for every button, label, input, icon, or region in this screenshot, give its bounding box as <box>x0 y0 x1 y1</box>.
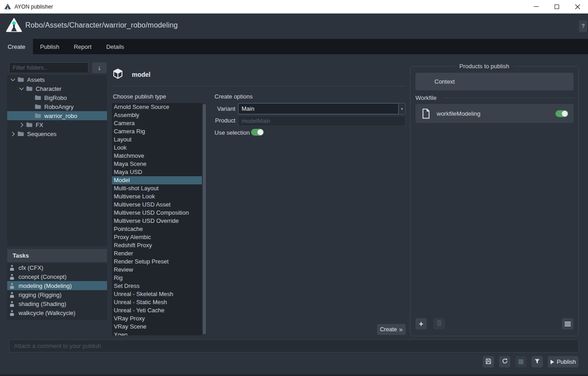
selected-creator-title: model <box>132 71 150 78</box>
publish-type-item[interactable]: Proxy Alembic <box>112 233 202 241</box>
publish-type-item[interactable]: Model <box>112 176 202 184</box>
variant-input[interactable] <box>238 103 399 114</box>
tab-bar: Create Publish Report Details <box>0 39 588 54</box>
product-item-workfile[interactable]: workfileModeling <box>415 104 574 123</box>
task-item[interactable]: rigging (Rigging) <box>7 290 107 299</box>
folder-tree-item[interactable]: Character <box>7 84 107 93</box>
chevron-right-icon[interactable] <box>10 131 16 137</box>
task-label: concept (Concept) <box>19 273 66 280</box>
stop-button[interactable] <box>515 356 527 367</box>
products-menu-button[interactable] <box>562 318 574 329</box>
publish-type-item[interactable]: Multiverse USD Override <box>112 217 202 225</box>
task-item[interactable]: walkcycle (Walkcycle) <box>7 308 107 317</box>
tab-report[interactable]: Report <box>66 39 99 54</box>
publish-type-item[interactable]: Render Setup Preset <box>112 258 202 266</box>
folder-tree-item[interactable]: FX <box>7 120 107 129</box>
header: Robo/Assets/Character/warrior_robo/model… <box>0 14 588 39</box>
task-item[interactable]: shading (Shading) <box>7 299 107 308</box>
chevron-down-icon[interactable] <box>19 85 25 92</box>
folder-tree-item[interactable]: Sequences <box>7 129 107 138</box>
go-to-current-folder-button[interactable]: ↓ <box>92 62 107 73</box>
publish-type-item[interactable]: Multiverse USD Asset <box>112 201 202 209</box>
publish-type-item[interactable]: Rig <box>112 274 202 282</box>
minimize-button[interactable] <box>526 0 546 13</box>
hamburger-menu-icon <box>565 322 571 326</box>
scrollbar-thumb[interactable] <box>203 104 206 334</box>
chevron-down-icon[interactable] <box>10 76 16 83</box>
help-button[interactable]: ? <box>579 20 587 32</box>
folder-icon <box>26 122 33 127</box>
publish-comment-input[interactable] <box>9 339 579 352</box>
publish-type-item[interactable]: Camera Rig <box>112 127 202 136</box>
variant-dropdown-button[interactable]: ▾ <box>399 103 406 114</box>
publish-type-item[interactable]: Arnold Scene Source <box>112 103 202 111</box>
user-icon <box>9 292 15 298</box>
publish-type-item[interactable]: Maya Scene <box>112 160 202 168</box>
publish-type-item[interactable]: Render <box>112 249 202 258</box>
publish-button[interactable]: Publish <box>548 356 579 367</box>
publish-type-item[interactable]: Unreal - Static Mesh <box>112 298 202 306</box>
create-button[interactable]: Create » <box>377 324 406 335</box>
remove-product-button[interactable] <box>434 318 445 329</box>
publish-type-item[interactable]: Look <box>112 144 202 152</box>
window-controls <box>526 0 588 13</box>
tab-details[interactable]: Details <box>99 39 131 54</box>
filter-button[interactable] <box>532 356 543 367</box>
add-product-button[interactable]: + <box>415 318 427 329</box>
context-group-card[interactable]: Context <box>415 73 574 90</box>
task-item[interactable]: modeling (Modeling) <box>7 281 107 290</box>
publish-type-item[interactable]: Assembly <box>112 111 202 119</box>
publish-type-item[interactable]: Redshift Proxy <box>112 241 202 249</box>
publish-type-item[interactable]: Review <box>112 266 202 274</box>
task-item[interactable]: cfx (CFX) <box>7 263 107 272</box>
publish-type-item[interactable]: Unreal - Yeti Cache <box>112 306 202 315</box>
app-icon <box>5 4 11 9</box>
publish-type-item[interactable]: Layout <box>112 136 202 144</box>
publish-type-item[interactable]: Matchmove <box>112 152 202 160</box>
folder-label: Assets <box>27 76 45 83</box>
filter-folders-input[interactable] <box>9 62 89 73</box>
folder-icon <box>35 104 42 109</box>
folder-icon <box>35 95 42 100</box>
folder-tree-item[interactable]: BigRobo <box>7 93 107 102</box>
publish-type-item[interactable]: Unreal - Skeletal Mesh <box>112 290 202 298</box>
publish-type-item[interactable]: Multiverse Look <box>112 193 202 201</box>
maximize-button[interactable] <box>546 0 567 13</box>
stop-icon <box>518 359 523 364</box>
product-input[interactable] <box>238 116 406 126</box>
publish-type-item[interactable]: Multiverse USD Composition <box>112 209 202 217</box>
publish-type-item[interactable]: Xgen <box>112 331 202 335</box>
folder-label: BigRobo <box>44 94 67 101</box>
bottom-edge <box>0 374 588 376</box>
close-button[interactable] <box>567 0 588 13</box>
play-icon <box>551 360 554 364</box>
publish-type-item[interactable]: VRay Scene <box>112 323 202 331</box>
context-label: Context <box>434 78 455 85</box>
folder-label: FX <box>36 122 43 128</box>
task-item[interactable]: concept (Concept) <box>7 272 107 281</box>
save-button[interactable] <box>483 356 494 367</box>
ayon-logo-icon <box>6 18 22 34</box>
task-label: rigging (Rigging) <box>19 291 61 298</box>
folder-label: Character <box>36 85 61 92</box>
folder-tree-item[interactable]: warrior_robo <box>7 111 107 120</box>
tab-create[interactable]: Create <box>0 39 33 54</box>
ayon-publisher-window: AYON publisher Robo/Assets/Character/war… <box>0 0 588 376</box>
folder-tree-item[interactable]: Assets <box>7 75 107 84</box>
refresh-button[interactable] <box>499 356 510 367</box>
tab-publish[interactable]: Publish <box>33 39 66 54</box>
product-enabled-toggle[interactable] <box>555 110 568 117</box>
window-title-text: AYON publisher <box>14 4 53 10</box>
folder-tree-item[interactable]: RoboAngry <box>7 102 107 111</box>
funnel-icon <box>534 358 540 366</box>
folder-label: warrior_robo <box>44 113 77 119</box>
publish-type-item[interactable]: Maya USD <box>112 168 202 176</box>
chevron-right-icon[interactable] <box>19 122 25 128</box>
publish-type-item[interactable]: Camera <box>112 119 202 127</box>
user-icon <box>9 274 15 280</box>
publish-type-item[interactable]: Set Dress <box>112 282 202 290</box>
publish-type-item[interactable]: Multi-shot Layout <box>112 184 202 193</box>
publish-type-item[interactable]: Pointcache <box>112 225 202 233</box>
use-selection-toggle[interactable] <box>251 129 264 136</box>
publish-type-item[interactable]: VRay Proxy <box>112 315 202 323</box>
